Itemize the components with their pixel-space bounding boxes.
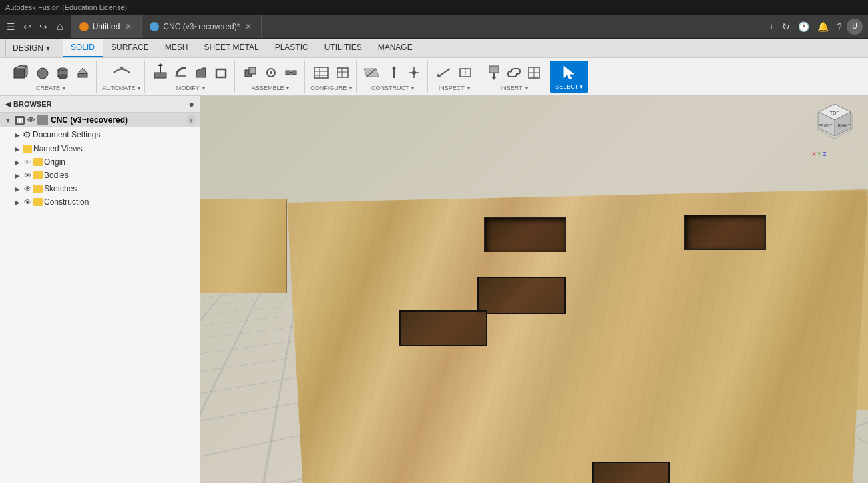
origin-eye-icon[interactable]: 👁: [23, 159, 32, 166]
design-arrow-icon: ▾: [46, 43, 50, 53]
browser-pin-btn[interactable]: ●: [189, 99, 194, 109]
configure-label[interactable]: CONFIGURE: [310, 85, 352, 91]
refresh-btn[interactable]: ↻: [779, 20, 793, 33]
tab-cnc[interactable]: CNC (v3~recovered)* ✕: [142, 15, 262, 38]
inspect-label[interactable]: INSPECT: [439, 85, 470, 91]
undo-btn[interactable]: ↩: [21, 20, 34, 33]
construct-point-icon[interactable]: [405, 64, 423, 81]
orientation-cube[interactable]: TOP RIGHT FRONT X Y Z: [812, 101, 857, 147]
tab-sheet-metal[interactable]: SHEET METAL: [196, 39, 266, 57]
modify-label[interactable]: MODIFY: [176, 85, 205, 91]
tree-item-doc-settings[interactable]: ▶ ⚙ Document Settings: [0, 127, 200, 142]
inspect-section-icon[interactable]: [456, 64, 475, 81]
assemble-new-component-icon[interactable]: [240, 62, 260, 83]
root-expand-icon[interactable]: ▼: [4, 116, 12, 124]
create-extrude-icon[interactable]: [73, 64, 92, 81]
svg-rect-14: [216, 69, 226, 77]
tab-surface[interactable]: SURFACE: [103, 39, 157, 57]
home-btn[interactable]: ⌂: [53, 19, 67, 34]
ribbon-content: CREATE AUTOMATE: [0, 58, 868, 95]
sketches-label: Sketches: [44, 184, 197, 193]
construct-plane-icon[interactable]: [362, 62, 383, 83]
modify-press-pull-icon[interactable]: [150, 62, 170, 83]
selection-box-1: [477, 277, 566, 314]
bodies-expand-icon[interactable]: ▶: [13, 171, 21, 179]
tab-mesh[interactable]: MESH: [157, 39, 196, 57]
root-eye-icon[interactable]: 👁: [27, 116, 35, 124]
selection-box-3: [592, 462, 670, 483]
tab-close-cnc[interactable]: ✕: [244, 22, 253, 31]
tree-root-item[interactable]: ▼ ▣ 👁 CNC (v3~recovered) ●: [0, 113, 200, 127]
create-cylinder-icon[interactable]: [53, 64, 72, 81]
tab-solid[interactable]: SOLID: [63, 39, 103, 57]
select-arrow-icon: ▾: [580, 83, 583, 90]
tab-actions: + ↻ 🕐 🔔 ? U: [760, 15, 868, 38]
svg-point-3: [37, 68, 48, 79]
named-views-expand-icon[interactable]: ▶: [13, 145, 21, 153]
tab-untitled[interactable]: Untitled ✕: [71, 15, 142, 38]
modify-shell-icon[interactable]: [212, 64, 230, 81]
sketches-eye-icon[interactable]: 👁: [23, 185, 32, 193]
assemble-joint-icon[interactable]: [262, 64, 280, 81]
notifications-btn[interactable]: 🔔: [814, 20, 832, 33]
create-box-icon[interactable]: [9, 62, 32, 83]
tree-item-construction[interactable]: ▶ 👁 Construction: [0, 195, 200, 209]
construction-expand-icon[interactable]: ▶: [13, 198, 21, 206]
titlebar: Autodesk Fusion (Education License): [0, 0, 868, 15]
redo-btn[interactable]: ↪: [37, 20, 50, 33]
svg-rect-20: [292, 71, 296, 75]
tab-plastic[interactable]: PLASTIC: [267, 39, 316, 57]
cutout-top-1: [484, 217, 566, 252]
new-tab-btn[interactable]: +: [765, 20, 777, 33]
main-area: ◀ BROWSER ● ▼ ▣ 👁 CNC (v3~recovered) ● ▶…: [0, 96, 868, 483]
main-board: [287, 189, 868, 483]
select-btn[interactable]: SELECT ▾: [550, 61, 588, 93]
tree-item-origin[interactable]: ▶ 👁 Origin: [0, 155, 200, 169]
modify-group: MODIFY: [146, 61, 235, 93]
configure-table-icon[interactable]: [310, 62, 332, 83]
automate-icon[interactable]: [109, 62, 134, 83]
tree-item-named-views[interactable]: ▶ Named Views: [0, 142, 200, 155]
modify-fillet-icon[interactable]: [172, 64, 190, 81]
design-label: DESIGN: [13, 43, 43, 53]
assemble-rigid-icon[interactable]: [282, 64, 300, 81]
history-btn[interactable]: 🕐: [795, 20, 813, 33]
doc-settings-expand-icon[interactable]: ▶: [13, 131, 21, 139]
assemble-label[interactable]: ASSEMBLE: [252, 85, 290, 91]
browser-header[interactable]: ◀ BROWSER ●: [0, 96, 200, 113]
insert-canvas-icon[interactable]: [525, 64, 544, 81]
create-sphere-icon[interactable]: [33, 64, 52, 81]
inspect-measure-icon[interactable]: [433, 62, 455, 83]
create-label[interactable]: CREATE: [36, 85, 65, 91]
insert-label[interactable]: INSERT: [501, 85, 528, 91]
viewport[interactable]: TOP RIGHT FRONT X Y Z: [200, 96, 868, 483]
tab-manage[interactable]: MANAGE: [370, 39, 421, 57]
selection-box-2: [399, 310, 487, 346]
design-dropdown[interactable]: DESIGN ▾: [5, 39, 57, 57]
construct-axis-icon[interactable]: [385, 64, 403, 81]
cutout-fill-3: [594, 463, 668, 483]
tab-label-untitled: Untitled: [93, 22, 120, 31]
hamburger-btn[interactable]: ☰: [4, 20, 18, 33]
cutout-top-2: [684, 215, 766, 250]
user-avatar[interactable]: U: [847, 19, 863, 35]
tree-item-sketches[interactable]: ▶ 👁 Sketches: [0, 182, 200, 195]
tree-item-bodies[interactable]: ▶ 👁 Bodies: [0, 169, 200, 182]
automate-label[interactable]: AUTOMATE: [102, 85, 140, 91]
tab-close-untitled[interactable]: ✕: [124, 22, 133, 31]
svg-text:FRONT: FRONT: [819, 123, 833, 127]
construct-label[interactable]: CONSTRUCT: [371, 85, 415, 91]
modify-chamfer-icon[interactable]: [192, 64, 210, 81]
bodies-folder-icon: [33, 171, 43, 179]
help-btn[interactable]: ?: [833, 20, 845, 33]
construction-eye-icon[interactable]: 👁: [23, 198, 32, 206]
configure-params-icon[interactable]: [333, 64, 352, 81]
tab-utilities[interactable]: UTILITIES: [316, 39, 370, 57]
origin-expand-icon[interactable]: ▶: [13, 158, 21, 166]
insert-derive-icon[interactable]: [485, 62, 503, 83]
sketches-expand-icon[interactable]: ▶: [13, 185, 21, 193]
bodies-eye-icon[interactable]: 👁: [23, 171, 32, 179]
construct-icons: [362, 62, 423, 83]
tab-icon-untitled: [79, 22, 89, 31]
insert-link-icon[interactable]: [505, 64, 523, 81]
